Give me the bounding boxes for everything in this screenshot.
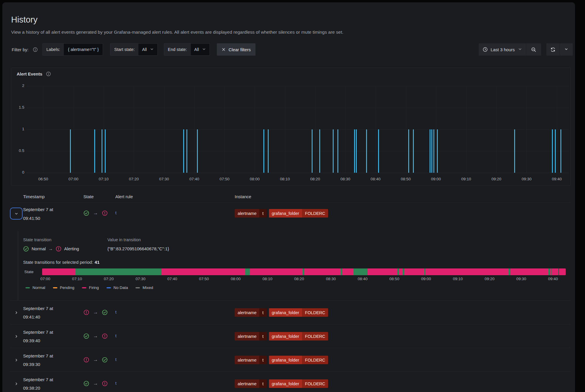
row-state-transition: → xyxy=(83,210,108,216)
expand-row-button[interactable] xyxy=(10,378,23,390)
chart-gridline xyxy=(26,86,569,86)
start-state-select[interactable]: All xyxy=(138,44,157,55)
transitions-count-line: State transitions for selected period:41 xyxy=(23,260,571,265)
labels-filter-label: Labels: xyxy=(43,44,64,55)
alert-event-bar xyxy=(552,129,553,173)
label-badge-grafana_folder: grafana_folderFOLDERC xyxy=(269,209,328,218)
row-timestamp: September 7 at09:39:40 xyxy=(23,328,53,345)
labels-filter-input[interactable]: { alertname="t" } xyxy=(64,44,103,55)
timeline-tick-label: 08:50 xyxy=(390,277,399,281)
label-value: t xyxy=(259,379,266,388)
y-axis-tick-label: 1 xyxy=(11,127,24,131)
timeline-tick-label: 09:10 xyxy=(453,277,463,281)
label-value: FOLDERC xyxy=(302,209,328,218)
timeline-tick-label: 09:20 xyxy=(485,277,495,281)
refresh-button[interactable] xyxy=(546,43,560,56)
state-timeline: State 07:0007:1007:2007:3007:4007:5008:0… xyxy=(23,268,571,290)
instance-labels: alertnametgrafana_folderFOLDERC xyxy=(235,209,328,218)
normal-state-icon xyxy=(102,357,108,363)
alert-event-bar xyxy=(333,129,334,173)
end-state-select[interactable]: All xyxy=(191,44,210,55)
timeline-segment-firing xyxy=(161,268,245,275)
time-zoom-out-button[interactable] xyxy=(526,43,541,56)
chevron-down-icon xyxy=(518,47,522,52)
timeline-tick-label: 08:00 xyxy=(231,277,241,281)
filter-bar: Filter by: Labels: { alertname="t" } Sta… xyxy=(2,43,575,56)
alert-event-bar xyxy=(70,129,71,173)
alert-event-bar xyxy=(183,129,184,173)
alerting-state-icon xyxy=(102,333,108,339)
x-axis-tick-label: 09:20 xyxy=(491,177,501,181)
alert-events-chart xyxy=(26,86,569,173)
chart-gridline xyxy=(73,86,74,173)
alert-event-bar xyxy=(413,129,414,173)
label-key: grafana_folder xyxy=(269,379,302,388)
alert-rule-link[interactable]: t xyxy=(115,381,116,386)
legend-item-pending: Pending xyxy=(53,285,75,290)
x-axis-tick-label: 07:40 xyxy=(189,177,199,181)
table-row: September 7 at09:41:40→talertnametgrafan… xyxy=(10,300,571,324)
column-header-alert-rule: Alert rule xyxy=(115,194,133,199)
page-title: History xyxy=(11,15,575,25)
row-timestamp: September 7 at09:38:20 xyxy=(23,375,53,392)
row-timestamp: September 7 at09:41:50 xyxy=(23,205,53,223)
state-timeline-bar xyxy=(42,268,566,275)
alert-rule-link[interactable]: t xyxy=(115,357,116,362)
clear-filters-button[interactable]: Clear filters xyxy=(217,43,255,56)
chart-gridline xyxy=(557,86,557,173)
chart-gridline xyxy=(26,173,569,173)
alert-rule-link[interactable]: t xyxy=(115,210,116,215)
chart-gridline xyxy=(26,108,569,108)
alert-events-panel: Alert Events 00.511.52 06:5007:0007:1007… xyxy=(11,68,571,186)
x-axis-tick-label: 08:50 xyxy=(401,177,411,181)
x-axis-tick-label: 09:00 xyxy=(431,177,441,181)
label-badge-grafana_folder: grafana_folderFOLDERC xyxy=(269,308,328,317)
arrow-right-icon: → xyxy=(93,210,98,216)
label-badge-alertname: alertnamet xyxy=(235,332,267,340)
label-value: t xyxy=(259,308,266,317)
alert-event-bar xyxy=(319,129,320,173)
timeline-segment-firing xyxy=(399,268,402,275)
filter-info-icon[interactable] xyxy=(33,47,38,52)
normal-state-icon xyxy=(83,381,89,386)
x-axis-tick-label: 07:50 xyxy=(219,177,229,181)
refresh-interval-dropdown[interactable] xyxy=(560,43,573,56)
arrow-right-icon: → xyxy=(93,381,98,386)
alert-event-bar xyxy=(378,129,379,173)
page-description: View a history of all alert events gener… xyxy=(11,29,566,35)
chart-gridline xyxy=(104,86,104,173)
alert-event-bar xyxy=(437,129,438,173)
start-state-label: Start state: xyxy=(110,44,138,55)
expand-row-button[interactable] xyxy=(10,307,23,319)
timeline-segment-normal xyxy=(353,268,368,275)
time-range-picker[interactable]: Last 3 hours xyxy=(479,43,526,56)
legend-color-dash xyxy=(53,287,57,288)
state-transition-label: State transition xyxy=(23,237,79,242)
label-badge-alertname: alertnamet xyxy=(235,379,267,388)
chart-gridline xyxy=(526,86,527,173)
timeline-tick-label: 07:30 xyxy=(135,277,145,281)
panel-info-icon[interactable] xyxy=(46,71,51,76)
collapse-row-button[interactable] xyxy=(10,208,23,220)
timeline-tick-label: 07:20 xyxy=(104,277,114,281)
label-badge-alertname: alertnamet xyxy=(235,209,267,218)
y-axis-tick-label: 0.5 xyxy=(11,148,24,153)
chart-gridline xyxy=(194,86,195,173)
label-key: grafana_folder xyxy=(269,209,302,218)
alerting-state-icon xyxy=(102,210,108,216)
chart-gridline xyxy=(436,86,436,173)
expand-row-button[interactable] xyxy=(10,330,23,342)
timeline-tick-label: 08:10 xyxy=(263,277,272,281)
alert-rule-link[interactable]: t xyxy=(115,309,116,314)
column-header-state: State xyxy=(83,194,94,199)
x-axis-tick-label: 06:50 xyxy=(38,177,48,181)
alert-rule-link[interactable]: t xyxy=(115,333,116,338)
normal-state-icon xyxy=(102,309,108,315)
value-in-transition-label: Value in transition xyxy=(107,237,169,242)
label-key: alertname xyxy=(235,379,259,388)
expand-row-button[interactable] xyxy=(10,354,23,366)
normal-state-icon xyxy=(83,333,89,339)
legend-label: No Data xyxy=(114,285,128,290)
label-value: t xyxy=(259,332,266,340)
chart-gridline xyxy=(164,86,164,173)
